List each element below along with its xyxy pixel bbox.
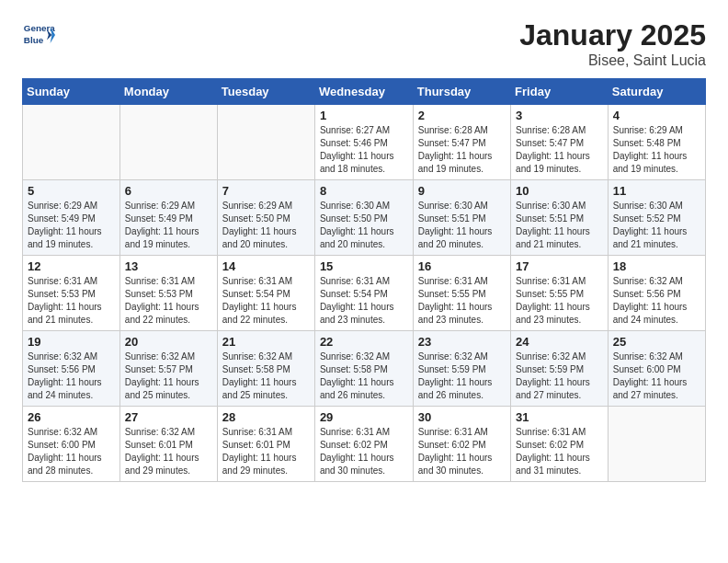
day-number: 18 [613, 259, 700, 273]
day-number: 6 [125, 184, 212, 198]
day-info: Sunrise: 6:32 AM Sunset: 5:56 PM Dayligh… [613, 275, 700, 327]
table-row: 8Sunrise: 6:30 AM Sunset: 5:50 PM Daylig… [314, 180, 413, 256]
day-info: Sunrise: 6:31 AM Sunset: 5:53 PM Dayligh… [28, 275, 115, 327]
table-row: 9Sunrise: 6:30 AM Sunset: 5:51 PM Daylig… [413, 180, 510, 256]
table-row [23, 105, 120, 180]
table-row: 5Sunrise: 6:29 AM Sunset: 5:49 PM Daylig… [23, 180, 120, 256]
table-row: 7Sunrise: 6:29 AM Sunset: 5:50 PM Daylig… [217, 180, 314, 256]
col-sunday: Sunday [23, 79, 120, 105]
table-row [119, 105, 217, 180]
table-row: 29Sunrise: 6:31 AM Sunset: 6:02 PM Dayli… [314, 407, 413, 482]
day-number: 23 [418, 335, 506, 349]
table-row: 1Sunrise: 6:27 AM Sunset: 5:46 PM Daylig… [314, 105, 413, 180]
calendar-table: Sunday Monday Tuesday Wednesday Thursday… [22, 78, 706, 482]
table-row: 30Sunrise: 6:31 AM Sunset: 6:02 PM Dayli… [413, 407, 510, 482]
table-row: 25Sunrise: 6:32 AM Sunset: 6:00 PM Dayli… [608, 331, 705, 407]
day-number: 7 [222, 184, 310, 198]
day-info: Sunrise: 6:31 AM Sunset: 5:54 PM Dayligh… [222, 275, 310, 327]
table-row: 28Sunrise: 6:31 AM Sunset: 6:01 PM Dayli… [217, 407, 314, 482]
page: General Blue January 2025 Bisee, Saint L… [0, 0, 728, 500]
table-row: 27Sunrise: 6:32 AM Sunset: 6:01 PM Dayli… [119, 407, 217, 482]
table-row: 2Sunrise: 6:28 AM Sunset: 5:47 PM Daylig… [413, 105, 510, 180]
calendar-week-row: 1Sunrise: 6:27 AM Sunset: 5:46 PM Daylig… [23, 105, 706, 180]
day-number: 22 [320, 335, 408, 349]
col-saturday: Saturday [608, 79, 705, 105]
col-tuesday: Tuesday [217, 79, 314, 105]
day-number: 31 [516, 410, 603, 424]
day-info: Sunrise: 6:32 AM Sunset: 6:00 PM Dayligh… [613, 350, 700, 402]
table-row: 11Sunrise: 6:30 AM Sunset: 5:52 PM Dayli… [608, 180, 705, 256]
day-info: Sunrise: 6:32 AM Sunset: 5:56 PM Dayligh… [28, 350, 115, 402]
col-wednesday: Wednesday [314, 79, 413, 105]
table-row: 12Sunrise: 6:31 AM Sunset: 5:53 PM Dayli… [23, 256, 120, 331]
day-info: Sunrise: 6:29 AM Sunset: 5:48 PM Dayligh… [613, 124, 700, 176]
table-row: 20Sunrise: 6:32 AM Sunset: 5:57 PM Dayli… [119, 331, 217, 407]
day-info: Sunrise: 6:30 AM Sunset: 5:51 PM Dayligh… [418, 200, 506, 251]
day-info: Sunrise: 6:30 AM Sunset: 5:50 PM Dayligh… [320, 200, 408, 251]
day-number: 17 [516, 259, 603, 273]
day-info: Sunrise: 6:30 AM Sunset: 5:51 PM Dayligh… [516, 200, 603, 251]
col-thursday: Thursday [413, 79, 510, 105]
day-info: Sunrise: 6:28 AM Sunset: 5:47 PM Dayligh… [516, 124, 603, 176]
calendar-week-row: 26Sunrise: 6:32 AM Sunset: 6:00 PM Dayli… [23, 407, 706, 482]
day-number: 14 [222, 259, 310, 273]
table-row: 6Sunrise: 6:29 AM Sunset: 5:49 PM Daylig… [119, 180, 217, 256]
day-info: Sunrise: 6:27 AM Sunset: 5:46 PM Dayligh… [320, 124, 408, 176]
svg-text:Blue: Blue [24, 35, 44, 45]
day-number: 2 [418, 109, 506, 122]
title-block: January 2025 Bisee, Saint Lucia [519, 18, 706, 69]
day-number: 11 [613, 184, 700, 198]
day-number: 15 [320, 259, 408, 273]
day-info: Sunrise: 6:31 AM Sunset: 5:55 PM Dayligh… [418, 275, 506, 327]
day-info: Sunrise: 6:32 AM Sunset: 5:59 PM Dayligh… [516, 350, 603, 402]
calendar-week-row: 19Sunrise: 6:32 AM Sunset: 5:56 PM Dayli… [23, 331, 706, 407]
day-info: Sunrise: 6:31 AM Sunset: 6:01 PM Dayligh… [222, 426, 310, 477]
table-row [217, 105, 314, 180]
calendar-week-row: 12Sunrise: 6:31 AM Sunset: 5:53 PM Dayli… [23, 256, 706, 331]
day-info: Sunrise: 6:32 AM Sunset: 6:00 PM Dayligh… [28, 426, 115, 477]
day-number: 24 [516, 335, 603, 349]
day-info: Sunrise: 6:29 AM Sunset: 5:49 PM Dayligh… [125, 200, 212, 251]
day-info: Sunrise: 6:30 AM Sunset: 5:52 PM Dayligh… [613, 200, 700, 251]
day-number: 19 [28, 335, 115, 349]
day-number: 20 [125, 335, 212, 349]
day-info: Sunrise: 6:31 AM Sunset: 6:02 PM Dayligh… [516, 426, 603, 477]
svg-text:General: General [24, 23, 55, 33]
day-info: Sunrise: 6:32 AM Sunset: 5:59 PM Dayligh… [418, 350, 506, 402]
day-info: Sunrise: 6:32 AM Sunset: 6:01 PM Dayligh… [125, 426, 212, 477]
table-row: 24Sunrise: 6:32 AM Sunset: 5:59 PM Dayli… [511, 331, 609, 407]
day-info: Sunrise: 6:32 AM Sunset: 5:57 PM Dayligh… [125, 350, 212, 402]
table-row: 18Sunrise: 6:32 AM Sunset: 5:56 PM Dayli… [608, 256, 705, 331]
table-row: 15Sunrise: 6:31 AM Sunset: 5:54 PM Dayli… [314, 256, 413, 331]
day-number: 28 [222, 410, 310, 424]
day-info: Sunrise: 6:32 AM Sunset: 5:58 PM Dayligh… [222, 350, 310, 402]
day-number: 27 [125, 410, 212, 424]
day-info: Sunrise: 6:32 AM Sunset: 5:58 PM Dayligh… [320, 350, 408, 402]
calendar-header-row: Sunday Monday Tuesday Wednesday Thursday… [23, 79, 706, 105]
day-number: 5 [28, 184, 115, 198]
day-info: Sunrise: 6:28 AM Sunset: 5:47 PM Dayligh… [418, 124, 506, 176]
table-row: 14Sunrise: 6:31 AM Sunset: 5:54 PM Dayli… [217, 256, 314, 331]
day-number: 16 [418, 259, 506, 273]
logo: General Blue [22, 18, 59, 52]
table-row [608, 407, 705, 482]
table-row: 22Sunrise: 6:32 AM Sunset: 5:58 PM Dayli… [314, 331, 413, 407]
table-row: 19Sunrise: 6:32 AM Sunset: 5:56 PM Dayli… [23, 331, 120, 407]
header: General Blue January 2025 Bisee, Saint L… [22, 18, 706, 69]
day-number: 25 [613, 335, 700, 349]
calendar-title: January 2025 [519, 18, 706, 52]
day-number: 13 [125, 259, 212, 273]
table-row: 4Sunrise: 6:29 AM Sunset: 5:48 PM Daylig… [608, 105, 705, 180]
table-row: 13Sunrise: 6:31 AM Sunset: 5:53 PM Dayli… [119, 256, 217, 331]
table-row: 10Sunrise: 6:30 AM Sunset: 5:51 PM Dayli… [511, 180, 609, 256]
table-row: 21Sunrise: 6:32 AM Sunset: 5:58 PM Dayli… [217, 331, 314, 407]
day-number: 30 [418, 410, 506, 424]
day-info: Sunrise: 6:31 AM Sunset: 6:02 PM Dayligh… [418, 426, 506, 477]
calendar-week-row: 5Sunrise: 6:29 AM Sunset: 5:49 PM Daylig… [23, 180, 706, 256]
day-number: 26 [28, 410, 115, 424]
day-number: 4 [613, 109, 700, 122]
day-info: Sunrise: 6:29 AM Sunset: 5:50 PM Dayligh… [222, 200, 310, 251]
day-number: 9 [418, 184, 506, 198]
table-row: 23Sunrise: 6:32 AM Sunset: 5:59 PM Dayli… [413, 331, 510, 407]
col-friday: Friday [511, 79, 609, 105]
